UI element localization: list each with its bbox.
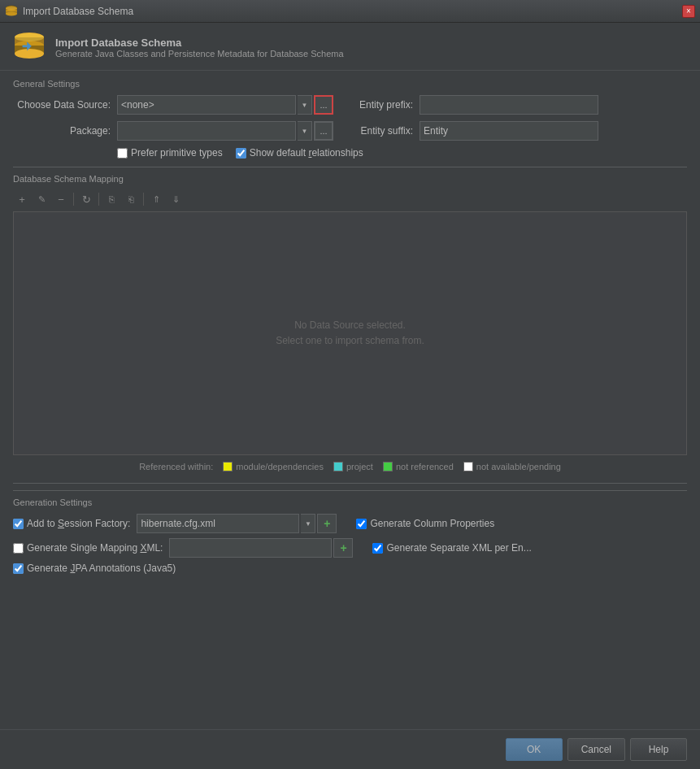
moveup-btn[interactable]: ⇑ <box>147 190 165 208</box>
legend-module-label: module/dependencies <box>236 462 324 471</box>
data-source-combo-wrapper: <none> ▼ ... <box>117 95 333 115</box>
legend-prefix: Referenced within: <box>139 462 213 471</box>
show-default-relationships-item: Show default relationships <box>236 147 363 159</box>
entity-prefix-input[interactable] <box>420 95 598 115</box>
toolbar-sep-2 <box>98 193 99 206</box>
legend-not-available-label: not available/pending <box>476 462 561 471</box>
entity-suffix-input[interactable] <box>420 121 598 141</box>
single-mapping-xml-combo-wrapper: + <box>169 538 353 558</box>
data-area: No Data Source selected. Select one to i… <box>13 211 687 455</box>
general-settings-label: General Settings <box>13 79 687 89</box>
refresh-btn[interactable]: ↻ <box>77 190 95 208</box>
cancel-button[interactable]: Cancel <box>567 738 625 761</box>
title-bar-left: Import Database Schema <box>5 5 133 18</box>
session-factory-label: Add to Session Factory: <box>27 518 130 529</box>
legend-not-available-color <box>463 462 473 471</box>
package-row: Package: ▼ ... Entity suffix: <box>13 121 687 141</box>
generation-settings-section: Generation Settings Add to Session Facto… <box>13 490 687 574</box>
session-factory-select[interactable]: hibernate.cfg.xml <box>137 514 299 533</box>
generate-column-properties-label: Generate Column Properties <box>370 518 494 529</box>
entity-suffix-label: Entity suffix: <box>340 125 413 137</box>
generate-column-properties-checkbox[interactable] <box>356 519 367 529</box>
header-text: Import Database Schema Generate Java Cla… <box>55 37 344 59</box>
legend-project-color <box>333 462 343 471</box>
single-mapping-xml-input[interactable] <box>169 538 332 558</box>
header-subtitle: Generate Java Classes and Persistence Me… <box>55 49 344 59</box>
show-default-relationships-checkbox[interactable] <box>236 148 246 159</box>
jpa-annotations-checkbox[interactable] <box>13 563 24 574</box>
ok-button[interactable]: OK <box>506 738 563 761</box>
single-mapping-xml-checkbox[interactable] <box>13 543 24 554</box>
legend-not-referenced-label: not referenced <box>396 462 454 471</box>
jpa-annotations-row: Generate JPA Annotations (Java5) <box>13 563 687 574</box>
svg-point-11 <box>15 33 44 41</box>
prefer-primitive-types-label: Prefer primitive types <box>131 147 223 159</box>
legend-module: module/dependencies <box>223 462 324 471</box>
session-factory-checkbox[interactable] <box>13 519 24 529</box>
dialog-body: Import Database Schema Generate Java Cla… <box>0 23 700 769</box>
package-select[interactable] <box>117 121 296 141</box>
remove-btn[interactable]: − <box>52 190 70 208</box>
data-source-row: Choose Data Source: <none> ▼ ... Entity … <box>13 95 687 115</box>
data-source-label: Choose Data Source: <box>13 99 111 111</box>
package-ellipsis-btn[interactable]: ... <box>314 121 333 141</box>
single-mapping-xml-plus-btn[interactable]: + <box>333 538 353 558</box>
close-button[interactable]: × <box>682 5 695 18</box>
edit-btn[interactable]: ✎ <box>33 190 50 208</box>
jpa-annotations-checkbox-item: Generate JPA Annotations (Java5) <box>13 563 176 574</box>
svg-point-5 <box>6 6 17 10</box>
dialog-header: Import Database Schema Generate Java Cla… <box>0 23 700 71</box>
paste-btn[interactable]: ⎗ <box>122 190 140 208</box>
entity-prefix-label: Entity prefix: <box>340 99 413 111</box>
single-mapping-xml-row: Generate Single Mapping XML: + Generate … <box>13 538 687 558</box>
no-data-text: No Data Source selected. Select one to i… <box>276 318 424 349</box>
package-label: Package: <box>13 125 111 137</box>
toolbar-sep-1 <box>73 193 74 206</box>
schema-toolbar: + ✎ − ↻ ⎘ ⎗ ⇑ ⇓ <box>13 190 687 208</box>
checkboxes-row: Prefer primitive types Show default rela… <box>117 147 687 159</box>
prefer-primitive-types-item: Prefer primitive types <box>117 147 223 159</box>
divider-2 <box>13 483 687 484</box>
session-factory-combo-wrapper: hibernate.cfg.xml ▼ + <box>137 514 337 533</box>
divider-1 <box>13 167 687 167</box>
bottom-buttons: OK Cancel Help <box>0 729 700 769</box>
legend-not-referenced: not referenced <box>383 462 454 471</box>
title-bar-controls: × <box>682 5 695 18</box>
generate-column-properties-col: Generate Column Properties <box>356 518 494 529</box>
legend-project-label: project <box>346 462 373 471</box>
prefer-primitive-types-checkbox[interactable] <box>117 148 128 159</box>
svg-point-10 <box>15 49 44 59</box>
session-factory-plus-btn[interactable]: + <box>317 514 337 533</box>
legend-project: project <box>333 462 373 471</box>
data-source-ellipsis-btn[interactable]: ... <box>314 95 333 115</box>
session-factory-dropdown-btn[interactable]: ▼ <box>301 514 315 533</box>
generate-separate-xml-label: Generate Separate XML per En... <box>386 542 531 554</box>
session-factory-checkbox-item: Add to Session Factory: <box>13 518 130 529</box>
header-title: Import Database Schema <box>55 37 344 49</box>
legend-bar: Referenced within: module/dependencies p… <box>13 455 687 478</box>
legend-not-available: not available/pending <box>463 462 561 471</box>
data-source-dropdown-btn[interactable]: ▼ <box>298 95 312 115</box>
legend-not-referenced-color <box>383 462 393 471</box>
generate-separate-xml-checkbox[interactable] <box>372 543 383 554</box>
generation-settings-label: Generation Settings <box>13 497 687 507</box>
legend-module-color <box>223 462 233 471</box>
show-default-relationships-label: Show default relationships <box>250 147 363 159</box>
single-mapping-xml-label: Generate Single Mapping XML: <box>27 542 163 554</box>
title-bar: Import Database Schema × <box>0 0 700 23</box>
package-combo-wrapper: ▼ ... <box>117 121 333 141</box>
no-data-line2: Select one to import schema from. <box>276 333 424 349</box>
add-btn[interactable]: + <box>13 190 31 208</box>
session-factory-row: Add to Session Factory: hibernate.cfg.xm… <box>13 514 687 533</box>
db-schema-label: Database Schema Mapping <box>13 174 687 184</box>
svg-point-4 <box>6 11 17 15</box>
help-button[interactable]: Help <box>630 738 687 761</box>
no-data-line1: No Data Source selected. <box>276 318 424 333</box>
package-dropdown-btn[interactable]: ▼ <box>298 121 312 141</box>
data-source-select[interactable]: <none> <box>117 95 296 115</box>
header-icon <box>13 31 46 63</box>
movedown-btn[interactable]: ⇓ <box>167 190 185 208</box>
title-bar-text: Import Database Schema <box>23 6 133 17</box>
copy-btn[interactable]: ⎘ <box>102 190 120 208</box>
jpa-annotations-label: Generate JPA Annotations (Java5) <box>27 563 176 574</box>
